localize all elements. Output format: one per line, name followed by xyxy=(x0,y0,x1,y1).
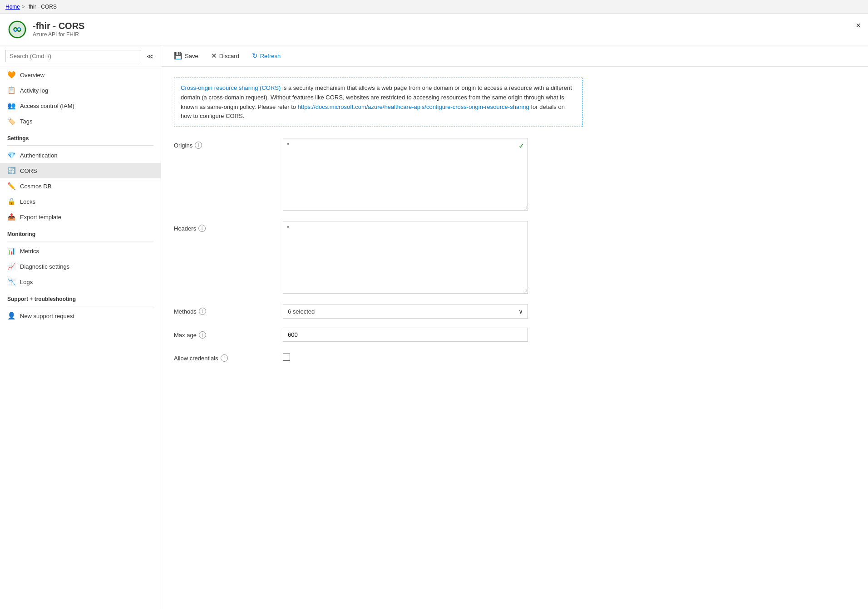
sidebar-item-access-control[interactable]: 👥 Access control (IAM) xyxy=(0,98,161,113)
sidebar-item-label: Overview xyxy=(20,72,44,79)
sidebar-item-authentication[interactable]: 💎 Authentication xyxy=(0,147,161,163)
allow-credentials-control xyxy=(283,351,528,361)
cors-icon: 🔄 xyxy=(7,167,15,175)
overview-icon: 🧡 xyxy=(7,71,15,79)
access-control-icon: 👥 xyxy=(7,102,15,110)
max-age-control xyxy=(283,328,528,342)
refresh-icon: ↻ xyxy=(252,52,258,60)
max-age-row: Max age i xyxy=(174,328,855,342)
refresh-button[interactable]: ↻ Refresh xyxy=(247,49,286,63)
collapse-button[interactable]: ≪ xyxy=(145,51,155,62)
discard-label: Discard xyxy=(219,53,239,59)
settings-section-label: Settings xyxy=(0,129,161,143)
activity-log-icon: 📋 xyxy=(7,86,15,94)
origins-row: Origins i * ✓ xyxy=(174,138,855,212)
docs-link[interactable]: https://docs.microsoft.com/azure/healthc… xyxy=(298,103,529,110)
search-input[interactable] xyxy=(5,50,141,62)
locks-icon: 🔒 xyxy=(7,197,15,206)
authentication-icon: 💎 xyxy=(7,151,15,159)
tags-icon: 🏷️ xyxy=(7,117,15,125)
methods-select[interactable]: 6 selected ∨ xyxy=(283,304,528,319)
allow-credentials-label: Allow credentials i xyxy=(174,351,274,362)
sidebar-item-label: Diagnostic settings xyxy=(20,263,69,270)
save-button[interactable]: 💾 Save xyxy=(168,49,204,63)
origins-textarea[interactable]: * xyxy=(283,138,528,211)
support-icon: 👤 xyxy=(7,312,15,320)
content-area: Cross-origin resource sharing (CORS) is … xyxy=(161,67,868,609)
headers-textarea[interactable]: * xyxy=(283,221,528,294)
sidebar-item-export-template[interactable]: 📤 Export template xyxy=(0,209,161,225)
max-age-input[interactable] xyxy=(283,328,528,342)
sidebar-item-label: New support request xyxy=(20,313,74,319)
sidebar-search-container: ≪ xyxy=(0,45,161,67)
origins-label: Origins i xyxy=(174,138,274,149)
sidebar-item-label: Locks xyxy=(20,198,35,205)
export-template-icon: 📤 xyxy=(7,213,15,221)
origins-info-icon[interactable]: i xyxy=(195,142,202,149)
headers-label: Headers i xyxy=(174,221,274,232)
sidebar-item-overview[interactable]: 🧡 Overview xyxy=(0,67,161,83)
headers-row: Headers i * xyxy=(174,221,855,295)
sidebar-item-metrics[interactable]: 📊 Metrics xyxy=(0,243,161,259)
methods-label: Methods i xyxy=(174,304,274,315)
allow-credentials-info-icon[interactable]: i xyxy=(221,354,228,362)
sidebar-item-tags[interactable]: 🏷️ Tags xyxy=(0,113,161,129)
sidebar-item-label: Export template xyxy=(20,214,61,221)
close-button[interactable]: × xyxy=(856,21,861,30)
metrics-icon: 📊 xyxy=(7,247,15,255)
refresh-label: Refresh xyxy=(260,53,281,59)
support-section-label: Support + troubleshooting xyxy=(0,290,161,304)
diagnostic-settings-icon: 📈 xyxy=(7,262,15,270)
allow-credentials-row: Allow credentials i xyxy=(174,351,855,362)
discard-button[interactable]: ✕ Discard xyxy=(206,49,245,63)
allow-credentials-wrapper xyxy=(283,351,528,361)
toolbar: 💾 Save ✕ Discard ↻ Refresh xyxy=(161,45,868,67)
methods-control: 6 selected ∨ xyxy=(283,304,528,319)
cosmos-db-icon: ✏️ xyxy=(7,182,15,190)
description-block: Cross-origin resource sharing (CORS) is … xyxy=(174,78,582,127)
main-content: 💾 Save ✕ Discard ↻ Refresh Cross-origin … xyxy=(161,45,868,609)
support-divider xyxy=(7,306,153,306)
sidebar: ≪ 🧡 Overview 📋 Activity log 👥 Access con… xyxy=(0,45,161,609)
sidebar-item-cors[interactable]: 🔄 CORS xyxy=(0,163,161,178)
origins-control: * ✓ xyxy=(283,138,528,212)
sidebar-item-diagnostic-settings[interactable]: 📈 Diagnostic settings xyxy=(0,259,161,274)
app-logo xyxy=(7,20,27,39)
breadcrumb-current: -fhir - CORS xyxy=(27,4,57,10)
page-title: -fhir - CORS xyxy=(33,21,84,31)
headers-info-icon[interactable]: i xyxy=(198,225,206,232)
breadcrumb-home[interactable]: Home xyxy=(5,4,20,10)
monitoring-divider xyxy=(7,241,153,241)
logs-icon: 📉 xyxy=(7,278,15,286)
header-title-group: -fhir - CORS Azure API for FHIR xyxy=(33,21,84,38)
sidebar-item-label: Activity log xyxy=(20,87,48,94)
sidebar-item-cosmos-db[interactable]: ✏️ Cosmos DB xyxy=(0,178,161,194)
save-label: Save xyxy=(185,53,198,59)
monitoring-section-label: Monitoring xyxy=(0,225,161,239)
headers-control: * xyxy=(283,221,528,295)
methods-info-icon[interactable]: i xyxy=(199,308,206,315)
breadcrumb-separator: > xyxy=(22,4,25,10)
discard-icon: ✕ xyxy=(211,52,217,60)
allow-credentials-checkbox[interactable] xyxy=(283,354,290,361)
sidebar-item-activity-log[interactable]: 📋 Activity log xyxy=(0,83,161,98)
sidebar-item-label: Authentication xyxy=(20,152,57,159)
sidebar-item-new-support-request[interactable]: 👤 New support request xyxy=(0,308,161,324)
max-age-info-icon[interactable]: i xyxy=(199,331,206,339)
app-container: Home > -fhir - CORS -fhir - CORS Azure A… xyxy=(0,0,868,609)
sidebar-item-label: Tags xyxy=(20,118,32,125)
chevron-down-icon: ∨ xyxy=(518,308,523,315)
methods-value: 6 selected xyxy=(288,308,315,315)
save-icon: 💾 xyxy=(174,52,182,60)
sidebar-item-locks[interactable]: 🔒 Locks xyxy=(0,194,161,209)
body-layout: ≪ 🧡 Overview 📋 Activity log 👥 Access con… xyxy=(0,45,868,609)
sidebar-item-logs[interactable]: 📉 Logs xyxy=(0,274,161,290)
settings-divider xyxy=(7,145,153,146)
max-age-label: Max age i xyxy=(174,328,274,339)
page-header: -fhir - CORS Azure API for FHIR × xyxy=(0,14,868,45)
origins-checkmark: ✓ xyxy=(518,142,524,150)
sidebar-item-label: Logs xyxy=(20,279,33,285)
cors-link[interactable]: Cross-origin resource sharing (CORS) xyxy=(181,84,281,91)
sidebar-item-label: Cosmos DB xyxy=(20,183,51,190)
sidebar-item-label: Access control (IAM) xyxy=(20,103,74,109)
